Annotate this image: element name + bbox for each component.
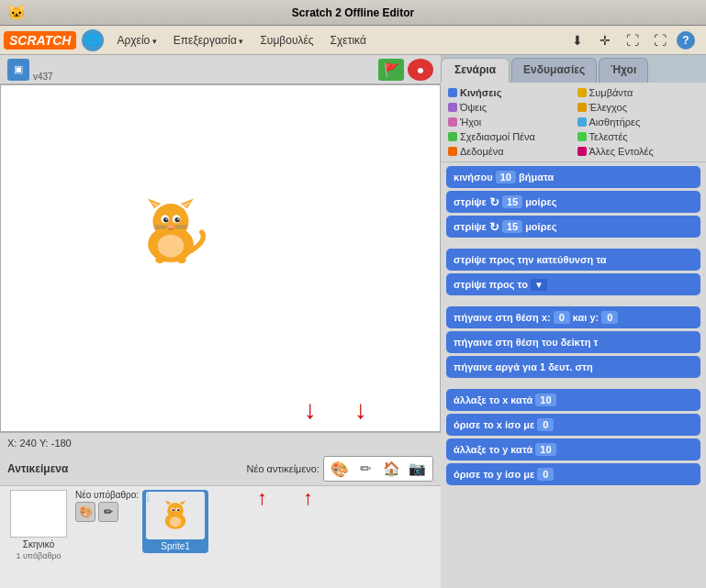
expand-icon[interactable]: ⛶ [622,29,644,51]
block-change-x-input[interactable]: 10 [535,394,555,406]
block-point-towards[interactable]: στρίψε προς το ▼ [446,273,700,295]
cat-more[interactable]: Άλλες Εντολές [576,145,701,158]
cat-events[interactable]: Συμβάντα [576,86,701,99]
stage-toolbar: ▣ v437 🚩 ● [0,55,441,84]
cat-sound[interactable]: Ήχοι [446,116,572,128]
menu-edit[interactable]: Επεξεργασία [166,30,252,50]
block-change-y[interactable]: άλλαξε το y κατά 10 [446,438,700,460]
camera-sprite-icon[interactable]: 📷 [407,459,427,479]
menu-icons: ⬇ ✛ ⛶ ⛶ ? [566,29,695,51]
left-panel: ▣ v437 🚩 ● [0,55,441,588]
svg-point-27 [177,509,179,511]
block-goto-mouse[interactable]: πήγαινε στη θέση του δείκτη τ [446,331,700,353]
green-flag-button[interactable]: 🚩 [378,59,404,81]
block-set-x-input[interactable]: 0 [537,418,554,431]
block-turn-left-input[interactable]: 15 [502,195,522,208]
block-turn-left-text: στρίψε [454,196,489,207]
cat-pen[interactable]: Σχεδιασμοί Πένα [446,130,572,143]
cat-events-color [577,88,587,97]
sprite1-thumbnail[interactable]: ℹ [142,490,208,553]
stop-button[interactable]: ● [408,59,433,81]
block-set-y-input[interactable]: 0 [537,468,554,481]
right-panel: Σενάρια Ενδυμασίες Ήχοι Κινήσεις Συμβάντ… [441,55,706,588]
stage-coords: X: 240 Y: -180 [0,432,441,452]
cat-more-label: Άλλες Εντολές [589,146,654,157]
block-gap-3 [446,381,700,386]
svg-marker-22 [165,501,171,505]
menu-about[interactable]: Σχετικά [323,30,374,50]
block-change-x[interactable]: άλλαξε το x κατά 10 [446,389,700,411]
tab-scripts[interactable]: Σενάρια [441,58,510,83]
cat-data[interactable]: Δεδομένα [446,145,572,158]
main-area: ▣ v437 🚩 ● [0,55,706,588]
cat-sound-label: Ήχοι [460,116,481,128]
cat-looks[interactable]: Όψεις [446,101,572,114]
svg-point-1 [152,204,188,239]
cat-pen-color [448,132,457,141]
block-turn-left-suffix: μοίρες [525,196,556,207]
sprite-info-icon[interactable]: ℹ [146,492,151,505]
draw-backdrop-icon[interactable]: ✏ [98,502,118,522]
cat-data-color [448,147,457,156]
scratch-logo[interactable]: SCRATCH [4,31,76,50]
svg-point-8 [163,217,168,222]
cat-control[interactable]: Έλεγχος [576,101,701,114]
block-point-towards-dropdown[interactable]: ▼ [531,279,547,291]
block-glide[interactable]: πήγαινε αργά για 1 δευτ. στη [446,356,700,378]
block-move[interactable]: κινήσου 10 βήματα [446,166,700,188]
tab-costumes[interactable]: Ενδυμασίες [511,58,597,83]
block-change-y-input[interactable]: 10 [535,443,555,456]
draw-sprite-icon[interactable]: ✏ [355,459,375,479]
block-move-suffix: βήματα [516,172,554,183]
sprites-title: Αντικείμενα [7,462,68,475]
cat-motion-label: Κινήσεις [460,87,501,98]
cat-control-color [577,103,587,112]
block-turn-left[interactable]: στρίψε ↺ 15 μοίρες [446,191,700,213]
turn-right-icon: ↻ [489,220,499,234]
svg-point-12 [168,225,173,228]
block-gap-2 [446,298,700,304]
red-arrow-4: ↑ [303,486,313,510]
menu-file[interactable]: Αρχείο [109,30,163,50]
expand2-icon[interactable]: ⛶ [649,29,671,51]
block-move-input[interactable]: 10 [496,171,516,183]
svg-point-17 [158,235,184,258]
cat-sensing[interactable]: Αισθητήρες [576,116,701,128]
surprise-sprite-icon[interactable]: 🏠 [381,459,401,479]
cat-looks-label: Όψεις [460,102,487,113]
help-icon[interactable]: ? [677,31,695,50]
paint-backdrop-icon[interactable]: 🎨 [75,502,95,522]
block-goto-xy-input1[interactable]: 0 [554,311,570,324]
block-goto-mouse-text: πήγαινε στη θέση του δείκτη τ [454,337,598,348]
cat-operators[interactable]: Τελεστές [576,130,701,143]
block-turn-right[interactable]: στρίψε ↻ 15 μοίρες [446,216,700,238]
download-icon[interactable]: ⬇ [566,29,588,51]
stage-tool-button[interactable]: ▣ [7,59,29,81]
block-categories: Κινήσεις Συμβάντα Όψεις Έλεγχος Ήχοι Αισ… [441,83,706,162]
block-move-text: κινήσου [454,172,496,183]
cat-looks-color [448,103,457,112]
block-set-y[interactable]: όρισε το y ίσο με 0 [446,463,700,485]
app-icon: 🐱 [7,4,26,21]
block-goto-xy[interactable]: πήγαινε στη θέση x: 0 και y: 0 [446,306,700,328]
tab-sounds[interactable]: Ήχοι [599,58,648,83]
stage-thumbnail[interactable]: Σκηνικό 1 υπόβαθρο [6,490,72,560]
block-set-x[interactable]: όρισε το x ίσο με 0 [446,414,700,436]
paint-sprite-icon[interactable]: 🎨 [330,459,350,479]
svg-point-11 [177,218,179,220]
cat-motion[interactable]: Κινήσεις [446,86,572,99]
block-goto-xy-mid: και y: [570,312,599,323]
block-point-dir[interactable]: στρίψε προς την κατεύθυνση τα [446,249,700,271]
sprites-area: Αντικείμενα Νέο αντικείμενο: 🎨 ✏ 🏠 📷 ↑ ↑ [0,452,441,588]
block-goto-xy-input2[interactable]: 0 [601,311,618,324]
fullscreen-icon[interactable]: ✛ [594,29,616,51]
block-turn-right-input[interactable]: 15 [502,220,522,233]
cat-sprite[interactable] [129,195,212,269]
globe-button[interactable]: 🌐 [82,29,104,51]
turn-left-icon: ↺ [489,195,499,209]
menu-tips[interactable]: Συμβουλές [252,30,320,50]
svg-point-9 [174,217,179,222]
block-set-x-text: όρισε το x ίσο με [454,419,537,430]
cat-operators-color [577,132,587,141]
cat-events-label: Συμβάντα [589,87,633,98]
